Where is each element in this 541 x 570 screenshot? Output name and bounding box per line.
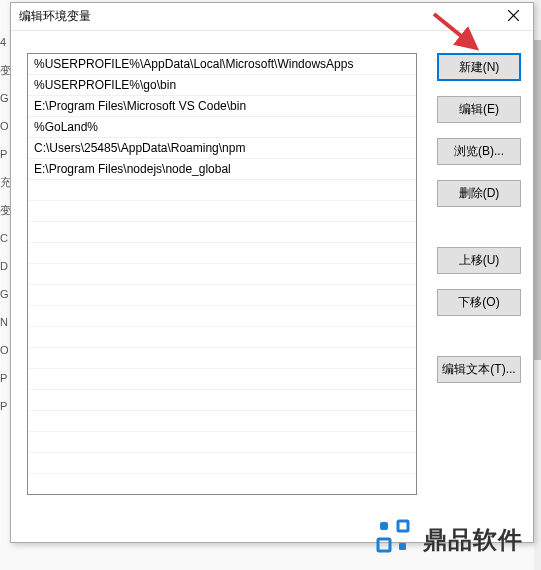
- close-icon: [508, 10, 519, 24]
- svg-rect-5: [378, 539, 390, 551]
- titlebar: 编辑环境变量: [11, 3, 533, 31]
- button-column: 新建(N) 编辑(E) 浏览(B)... 删除(D) 上移(U) 下移(O) 编…: [437, 53, 521, 383]
- edit-button[interactable]: 编辑(E): [437, 96, 521, 123]
- svg-rect-3: [381, 523, 387, 529]
- edittext-button[interactable]: 编辑文本(T)...: [437, 356, 521, 383]
- list-item-empty[interactable]: [28, 306, 416, 327]
- movedown-button[interactable]: 下移(O): [437, 289, 521, 316]
- list-item-empty[interactable]: [28, 474, 416, 495]
- close-button[interactable]: [493, 3, 533, 31]
- page-scrollbar[interactable]: [534, 0, 541, 570]
- list-item[interactable]: %USERPROFILE%\go\bin: [28, 75, 416, 96]
- svg-rect-4: [398, 521, 408, 531]
- list-item-empty[interactable]: [28, 411, 416, 432]
- list-item-empty[interactable]: [28, 243, 416, 264]
- svg-rect-6: [399, 543, 406, 550]
- path-listbox[interactable]: %USERPROFILE%\AppData\Local\Microsoft\Wi…: [27, 53, 417, 495]
- list-item[interactable]: %USERPROFILE%\AppData\Local\Microsoft\Wi…: [28, 54, 416, 75]
- delete-button[interactable]: 删除(D): [437, 180, 521, 207]
- list-item-empty[interactable]: [28, 222, 416, 243]
- list-item-empty[interactable]: [28, 327, 416, 348]
- list-item-empty[interactable]: [28, 180, 416, 201]
- list-item[interactable]: E:\Program Files\Microsoft VS Code\bin: [28, 96, 416, 117]
- list-item-empty[interactable]: [28, 453, 416, 474]
- list-item[interactable]: %GoLand%: [28, 117, 416, 138]
- watermark-logo-icon: [373, 517, 415, 562]
- watermark-text: 鼎品软件: [423, 524, 523, 556]
- list-item[interactable]: C:\Users\25485\AppData\Roaming\npm: [28, 138, 416, 159]
- list-item-empty[interactable]: [28, 369, 416, 390]
- list-item-empty[interactable]: [28, 432, 416, 453]
- browse-button[interactable]: 浏览(B)...: [437, 138, 521, 165]
- page-scrollbar-thumb[interactable]: [534, 40, 541, 360]
- list-item[interactable]: E:\Program Files\nodejs\node_global: [28, 159, 416, 180]
- env-var-dialog: 编辑环境变量 %USERPROFILE%\AppData\Local\Micro…: [10, 2, 534, 543]
- list-item-empty[interactable]: [28, 201, 416, 222]
- dialog-title: 编辑环境变量: [19, 8, 91, 25]
- dialog-content: %USERPROFILE%\AppData\Local\Microsoft\Wi…: [11, 31, 533, 542]
- list-item-empty[interactable]: [28, 264, 416, 285]
- new-button[interactable]: 新建(N): [437, 53, 521, 81]
- list-item-empty[interactable]: [28, 348, 416, 369]
- list-item-empty[interactable]: [28, 390, 416, 411]
- moveup-button[interactable]: 上移(U): [437, 247, 521, 274]
- list-item-empty[interactable]: [28, 285, 416, 306]
- watermark: 鼎品软件: [373, 517, 523, 562]
